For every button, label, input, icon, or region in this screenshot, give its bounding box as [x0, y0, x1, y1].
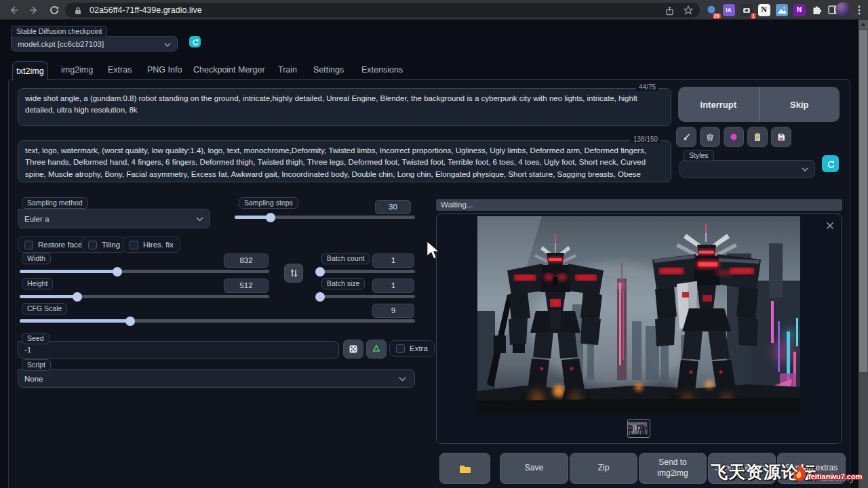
cfg-scale-label: CFG Scale: [22, 303, 67, 314]
progress-status: Waiting...: [436, 199, 842, 211]
slider-thumb[interactable]: [315, 267, 325, 277]
send-to-img2img-button[interactable]: Send to img2img: [639, 453, 707, 484]
extension-onenote-icon[interactable]: N: [792, 3, 806, 17]
sampling-steps-input[interactable]: 30: [375, 200, 411, 214]
reuse-seed-button[interactable]: [366, 340, 387, 359]
height-slider[interactable]: [20, 295, 269, 298]
save-button[interactable]: Save: [500, 453, 568, 484]
extension-blue-icon[interactable]: 20: [704, 3, 718, 17]
extra-seed-group[interactable]: Extra: [389, 340, 435, 357]
styles-refresh-button[interactable]: [822, 155, 839, 172]
reload-icon[interactable]: [47, 3, 60, 16]
extension-image-icon[interactable]: [774, 3, 789, 17]
cfg-scale-slider[interactable]: [20, 319, 415, 323]
random-seed-button[interactable]: [343, 340, 363, 359]
share-icon[interactable]: [663, 4, 675, 16]
swap-dimensions-button[interactable]: [284, 264, 303, 283]
tab-extras[interactable]: Extras: [108, 65, 132, 75]
negative-prompt-input[interactable]: text, logo, watermark, (worst quality, l…: [18, 140, 671, 182]
zip-button[interactable]: Zip: [570, 453, 637, 484]
prompt-input[interactable]: wide shot angle, a (gundam:0.8) robot st…: [18, 88, 671, 126]
styles-label: Styles: [684, 150, 714, 161]
height-label: Height: [22, 278, 53, 289]
restore-faces-checkbox[interactable]: [24, 241, 33, 249]
extra-seed-label: Extra: [410, 344, 428, 352]
tab-checkpoint-merger[interactable]: Checkpoint Merger: [193, 65, 265, 75]
swap-arrows-icon: [288, 267, 299, 279]
extensions-puzzle-icon[interactable]: [810, 3, 824, 17]
bookmark-star-icon[interactable]: [682, 4, 694, 16]
tiling-group[interactable]: Tiling: [81, 237, 127, 253]
floppy-disk-icon: [776, 131, 787, 142]
extra-seed-checkbox[interactable]: [396, 344, 405, 353]
tiling-checkbox[interactable]: [88, 241, 97, 249]
tab-extensions[interactable]: Extensions: [361, 65, 403, 75]
generate-button-group: Interrupt Skip: [678, 87, 840, 122]
tab-png-info[interactable]: PNG Info: [147, 65, 182, 75]
extension-badge: 20: [713, 13, 721, 19]
checkpoint-select[interactable]: model.ckpt [cc6cb27103]: [11, 36, 178, 52]
profile-avatar[interactable]: [835, 2, 850, 17]
extension-notion-icon[interactable]: N: [757, 3, 771, 17]
slider-thumb[interactable]: [125, 317, 135, 326]
open-folder-button[interactable]: [439, 453, 490, 484]
scrollbar-up-arrow[interactable]: [859, 20, 868, 29]
address-bar[interactable]: 02a56ff4-71ff-439e.gradio.live: [65, 3, 700, 18]
prompt-token-counter: 44/75: [636, 83, 658, 91]
extension-ia-icon[interactable]: IA: [722, 3, 736, 17]
tab-train[interactable]: Train: [278, 65, 297, 75]
hires-fix-group[interactable]: Hires. fix: [123, 237, 180, 253]
output-gallery: [436, 214, 842, 444]
chevron-down-icon: [164, 40, 171, 48]
checkpoint-refresh-button[interactable]: [189, 36, 201, 47]
back-icon[interactable]: [7, 3, 20, 16]
gallery-thumbnail[interactable]: [627, 419, 650, 438]
generated-image[interactable]: [477, 216, 800, 413]
mouse-cursor: [426, 241, 441, 264]
apply-style-button[interactable]: [747, 127, 768, 147]
width-slider[interactable]: [20, 270, 269, 273]
sampling-method-select[interactable]: Euler a: [18, 209, 210, 228]
script-select[interactable]: None: [18, 369, 415, 388]
sampling-method-label: Sampling method: [22, 197, 88, 209]
batch-size-slider[interactable]: [318, 295, 415, 298]
script-label: Script: [22, 359, 51, 371]
sampling-steps-label: Sampling steps: [239, 197, 298, 209]
url-text[interactable]: 02a56ff4-71ff-439e.gradio.live: [90, 5, 663, 15]
height-input[interactable]: 512: [224, 279, 269, 293]
skip-button[interactable]: Skip: [760, 87, 840, 122]
hires-fix-checkbox[interactable]: [130, 241, 138, 249]
slider-thumb[interactable]: [113, 267, 122, 277]
sampling-method-value: Euler a: [24, 215, 49, 223]
sampling-steps-slider[interactable]: [235, 216, 415, 219]
width-label: Width: [22, 253, 51, 264]
lock-icon: [72, 4, 84, 16]
checkpoint-value: model.ckpt [cc6cb27103]: [18, 40, 104, 48]
batch-size-input[interactable]: 1: [372, 279, 414, 293]
scrollbar-thumb[interactable]: [859, 30, 867, 372]
seed-input[interactable]: -1: [18, 341, 339, 359]
save-style-button[interactable]: [771, 127, 791, 147]
width-input[interactable]: 832: [224, 253, 269, 268]
tab-settings[interactable]: Settings: [313, 65, 344, 75]
interrupt-button[interactable]: Interrupt: [678, 87, 759, 122]
batch-count-slider[interactable]: [318, 270, 415, 273]
menu-dots-icon[interactable]: [852, 3, 866, 17]
paste-params-button[interactable]: [676, 127, 696, 147]
batch-count-input[interactable]: 1: [372, 253, 414, 268]
forward-icon[interactable]: [27, 3, 40, 16]
slider-thumb[interactable]: [73, 292, 82, 302]
extra-networks-button[interactable]: [724, 127, 744, 147]
styles-select[interactable]: [679, 160, 815, 178]
extension-camera-icon[interactable]: 1: [739, 3, 753, 17]
slider-thumb[interactable]: [315, 292, 325, 302]
browser-scrollbar[interactable]: [859, 20, 868, 488]
cfg-scale-input[interactable]: 9: [372, 304, 414, 318]
close-icon[interactable]: [824, 220, 836, 232]
clear-prompt-button[interactable]: [700, 127, 720, 147]
tab-img2img[interactable]: img2img: [61, 65, 93, 75]
tab-txt2img[interactable]: txt2img: [12, 61, 48, 80]
clipboard-icon: [752, 131, 763, 142]
slider-thumb[interactable]: [266, 213, 275, 222]
recycle-icon: [371, 344, 382, 354]
